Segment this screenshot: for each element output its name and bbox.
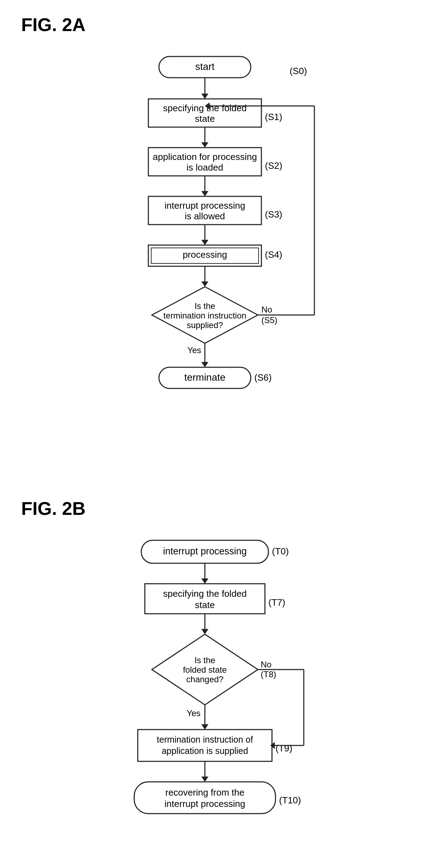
fig2a-label: FIG. 2A [21,14,417,35]
svg-text:termination instruction: termination instruction [164,311,247,320]
svg-text:specifying the folded: specifying the folded [163,588,247,599]
svg-text:state: state [195,113,215,124]
svg-text:(T10): (T10) [279,795,301,805]
svg-text:No: No [261,660,272,669]
fig2b-flowchart: interrupt processing (T0) specifying the… [85,530,353,868]
svg-text:application for processing: application for processing [153,151,257,162]
svg-marker-50 [201,578,208,584]
figure-2a: FIG. 2A start (S0) specifying the folded… [21,14,417,470]
svg-text:changed?: changed? [186,674,223,684]
svg-text:state: state [195,600,215,610]
svg-text:folded state: folded state [183,665,227,674]
svg-text:(S6): (S6) [254,372,272,383]
svg-text:Is the: Is the [195,301,215,311]
svg-marker-16 [201,191,208,196]
svg-text:(T9): (T9) [276,743,292,754]
svg-text:(S2): (S2) [265,160,282,171]
svg-text:(S4): (S4) [265,249,282,260]
figure-2b: FIG. 2B interrupt processing (T0) specif… [21,498,417,868]
svg-marker-56 [201,629,208,634]
fig2b-label: FIG. 2B [21,498,417,519]
svg-text:(S3): (S3) [265,209,282,220]
svg-text:terminate: terminate [184,372,226,383]
svg-text:termination instruction of: termination instruction of [157,735,253,744]
svg-text:No: No [261,305,272,314]
svg-marker-65 [201,724,208,730]
svg-text:is allowed: is allowed [185,211,225,221]
svg-text:interrupt processing: interrupt processing [165,200,245,211]
svg-marker-37 [201,362,208,367]
svg-marker-4 [201,94,208,99]
svg-text:is loaded: is loaded [187,162,223,173]
svg-text:interrupt processing: interrupt processing [163,546,247,557]
svg-text:(S1): (S1) [265,112,282,122]
svg-text:Yes: Yes [187,345,201,355]
svg-text:(T8): (T8) [261,670,276,679]
svg-text:(T7): (T7) [268,597,285,608]
svg-text:interrupt processing: interrupt processing [165,798,245,809]
svg-text:(S5): (S5) [261,315,277,325]
svg-text:Yes: Yes [187,708,200,718]
fig2a-flowchart: start (S0) specifying the folded state (… [85,46,353,470]
svg-text:Is the: Is the [195,655,215,665]
svg-marker-22 [201,240,208,245]
svg-marker-10 [201,142,208,148]
svg-text:recovering from the: recovering from the [165,787,244,798]
svg-marker-28 [201,281,208,287]
svg-text:start: start [195,61,215,72]
svg-marker-71 [201,777,208,782]
svg-text:specifying the folded: specifying the folded [163,103,247,113]
svg-text:supplied?: supplied? [187,320,223,330]
svg-text:processing: processing [183,249,227,260]
svg-text:(T0): (T0) [272,546,289,557]
svg-text:application is supplied: application is supplied [162,746,248,756]
svg-text:(S0): (S0) [290,66,307,76]
